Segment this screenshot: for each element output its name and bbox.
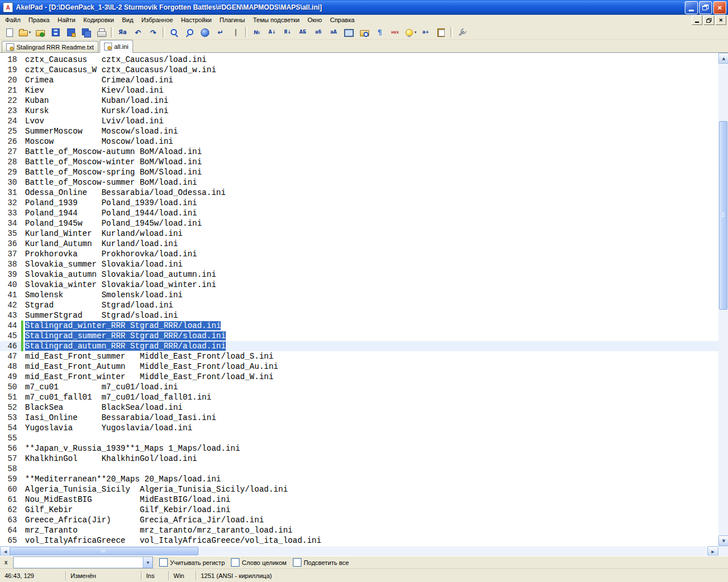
- line-number[interactable]: 20: [0, 75, 20, 85]
- line-number[interactable]: 53: [0, 413, 20, 423]
- line-number[interactable]: 57: [0, 454, 20, 464]
- editor-line-19[interactable]: 19cztx_Caucasus_W cztx_Caucasus/load_w.i…: [0, 65, 718, 75]
- line-number[interactable]: 58: [0, 464, 20, 474]
- case-lower-button[interactable]: аб: [311, 26, 326, 39]
- tab-stalingrad-readme[interactable]: Stalingrad RRR Readme.txt: [2, 41, 98, 52]
- line-number[interactable]: 19: [0, 65, 20, 75]
- line-number[interactable]: 65: [0, 535, 20, 546]
- menu-item-highlight-themes[interactable]: Темы подсветки: [249, 15, 304, 25]
- editor-line-33[interactable]: 33Poland_1944 Poland_1944/load.ini: [0, 208, 718, 218]
- search-option-match-case[interactable]: Учитывать регистр: [159, 558, 225, 567]
- menu-item-view[interactable]: Вид: [118, 15, 138, 25]
- menu-item-encodings[interactable]: Кодировки: [80, 15, 118, 25]
- clipboard-button[interactable]: [433, 26, 449, 39]
- editor-line-18[interactable]: 18cztx_Caucasus cztx_Caucasus/load.ini: [0, 55, 718, 65]
- combo-dropdown-button[interactable]: ▼: [143, 557, 152, 568]
- tab-all-ini[interactable]: all.ini: [100, 40, 133, 53]
- line-number[interactable]: 46: [0, 341, 20, 351]
- save-all-button[interactable]: [78, 26, 94, 39]
- line-number[interactable]: 25: [0, 126, 20, 136]
- menu-item-plugins[interactable]: Плагины: [216, 15, 249, 25]
- line-number[interactable]: 33: [0, 208, 20, 218]
- hex-button[interactable]: HEX: [387, 26, 403, 39]
- case-upper-button[interactable]: АБ: [295, 26, 311, 39]
- line-number[interactable]: 21: [0, 85, 20, 95]
- find-in-files-button[interactable]: [357, 26, 372, 39]
- line-number[interactable]: 61: [0, 494, 20, 505]
- settings-button[interactable]: [454, 26, 470, 39]
- line-number[interactable]: 59: [0, 474, 20, 484]
- line-number[interactable]: 43: [0, 310, 20, 321]
- minimize-button[interactable]: [685, 1, 698, 14]
- line-number[interactable]: 31: [0, 188, 20, 198]
- line-number[interactable]: 40: [0, 280, 20, 290]
- search-option-highlight-all[interactable]: Подсветить все: [293, 558, 349, 567]
- editor-line-65[interactable]: 65vol_ItalyAfricaGreece vol_ItalyAfricaG…: [0, 535, 718, 546]
- recode-button[interactable]: Яa: [115, 26, 130, 39]
- checkbox-match-case[interactable]: [159, 558, 168, 567]
- line-number[interactable]: 45: [0, 331, 20, 341]
- editor-line-38[interactable]: 38Slovakia_summer Slovakia/load.ini: [0, 259, 718, 269]
- scroll-up-button[interactable]: ▲: [718, 53, 728, 64]
- dropdown-arrow-icon[interactable]: ▾: [415, 30, 417, 35]
- sort-asc-button[interactable]: А↓: [264, 26, 280, 39]
- print-button[interactable]: [94, 26, 109, 39]
- checkbox-highlight-all[interactable]: [293, 558, 301, 567]
- line-number[interactable]: 60: [0, 484, 20, 494]
- line-number[interactable]: 49: [0, 372, 20, 382]
- menu-item-file[interactable]: Файл: [1, 15, 24, 25]
- editor-line-29[interactable]: 29Battle_of_Moscow-spring BoM/Sload.ini: [0, 167, 718, 177]
- mdi-restore-button[interactable]: [704, 15, 714, 25]
- editor-line-57[interactable]: 57KhalkhinGol KhalkhinGol/load.ini: [0, 454, 718, 464]
- editor-line-45[interactable]: 45Stalingrad_summer_RRR Stgrad_RRR/sload…: [0, 331, 718, 341]
- line-number[interactable]: 52: [0, 402, 20, 413]
- globe-button[interactable]: [197, 26, 213, 39]
- editor-line-32[interactable]: 32Poland_1939 Poland_1939/load.ini: [0, 198, 718, 208]
- editor-line-56[interactable]: 56**Japan_v_Russia_1939**1_Maps 1_Maps/l…: [0, 443, 718, 454]
- editor-line-50[interactable]: 50m7_cu01 m7_cu01/load.ini: [0, 382, 718, 392]
- editor-line-35[interactable]: 35Kurland_Winter Kurland/wload.ini: [0, 228, 718, 239]
- editor-line-59[interactable]: 59**Mediterranean**20_Maps 20_Maps/load.…: [0, 474, 718, 484]
- line-number[interactable]: 39: [0, 269, 20, 280]
- line-number[interactable]: 48: [0, 361, 20, 372]
- line-number[interactable]: 34: [0, 218, 20, 228]
- line-number[interactable]: 29: [0, 167, 20, 177]
- line-number[interactable]: 36: [0, 239, 20, 249]
- editor-line-22[interactable]: 22Kuban Kuban/load.ini: [0, 95, 718, 106]
- editor-line-62[interactable]: 62Gilf_Kebir Gilf_Kebir/load.ini: [0, 505, 718, 515]
- invisibles-button[interactable]: ¶: [372, 26, 387, 39]
- search-combo[interactable]: ▼: [13, 556, 153, 568]
- editor-line-41[interactable]: 41Smolensk Smolensk/load.ini: [0, 290, 718, 300]
- save-as-button[interactable]: [63, 26, 78, 39]
- find-next-button[interactable]: [182, 26, 197, 39]
- redo-button[interactable]: ↷: [146, 26, 161, 39]
- editor-line-63[interactable]: 63Greece_Africa(Jir) Grecia_Africa_Jir/l…: [0, 515, 718, 525]
- line-number[interactable]: 32: [0, 198, 20, 208]
- find-button[interactable]: [167, 26, 182, 39]
- app-icon[interactable]: A: [3, 2, 13, 13]
- editor-line-49[interactable]: 49mid_East_Front_winter Middle_East_Fron…: [0, 372, 718, 382]
- restore-button[interactable]: [699, 1, 712, 14]
- menu-item-favorites[interactable]: Избранное: [137, 15, 177, 25]
- case-invert-button[interactable]: аА: [326, 26, 341, 39]
- word-wrap-button[interactable]: ↵: [213, 26, 228, 39]
- editor-line-48[interactable]: 48mid_East_Front_Autumn Middle_East_Fron…: [0, 361, 718, 372]
- line-number[interactable]: 24: [0, 116, 20, 126]
- editor-line-44[interactable]: 44Stalingrad_winter_RRR Stgrad_RRR/load.…: [0, 321, 718, 331]
- editor-line-40[interactable]: 40Slovakia_winter Slovakia/load_winter.i…: [0, 280, 718, 290]
- editor-line-24[interactable]: 24Lvov Lviv/load.ini: [0, 116, 718, 126]
- save-button[interactable]: [48, 26, 63, 39]
- editor-line-31[interactable]: 31Odessa_Online Bessarabia/load_Odessa.i…: [0, 188, 718, 198]
- editor-line-52[interactable]: 52BlackSea BlackSea/load.ini: [0, 402, 718, 413]
- highlight-button[interactable]: ▾: [403, 26, 418, 39]
- search-close-button[interactable]: x: [2, 558, 10, 567]
- menu-item-edit[interactable]: Правка: [24, 15, 53, 25]
- horizontal-scroll-thumb[interactable]: [10, 547, 198, 555]
- editor-line-28[interactable]: 28Battle_of_Moscow-winter BoM/Wload.ini: [0, 157, 718, 167]
- caret-line-button[interactable]: |: [228, 26, 243, 39]
- editor-line-30[interactable]: 30Battle_of_Moscow-summer BoM/load.ini: [0, 177, 718, 188]
- editor-line-55[interactable]: 55: [0, 433, 718, 443]
- open-folder-button[interactable]: ▾: [17, 26, 32, 39]
- editor-line-37[interactable]: 37Prokhorovka Prokhorovka/load.ini: [0, 249, 718, 259]
- line-number[interactable]: 23: [0, 106, 20, 116]
